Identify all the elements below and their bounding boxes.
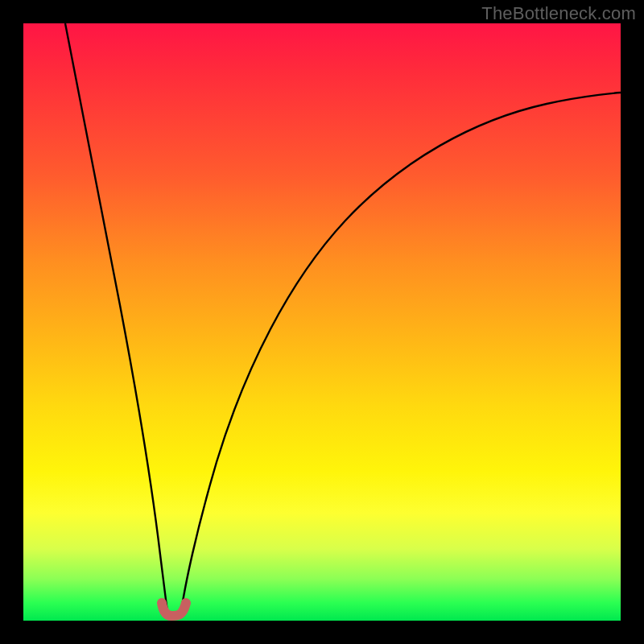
chart-svg [23,23,621,621]
outer-frame: TheBottleneck.com [0,0,644,644]
minimum-marker [162,603,186,616]
curve-left-branch [65,23,168,617]
plot-area [23,23,621,621]
curve-right-branch [180,93,621,617]
watermark-text: TheBottleneck.com [481,3,636,24]
